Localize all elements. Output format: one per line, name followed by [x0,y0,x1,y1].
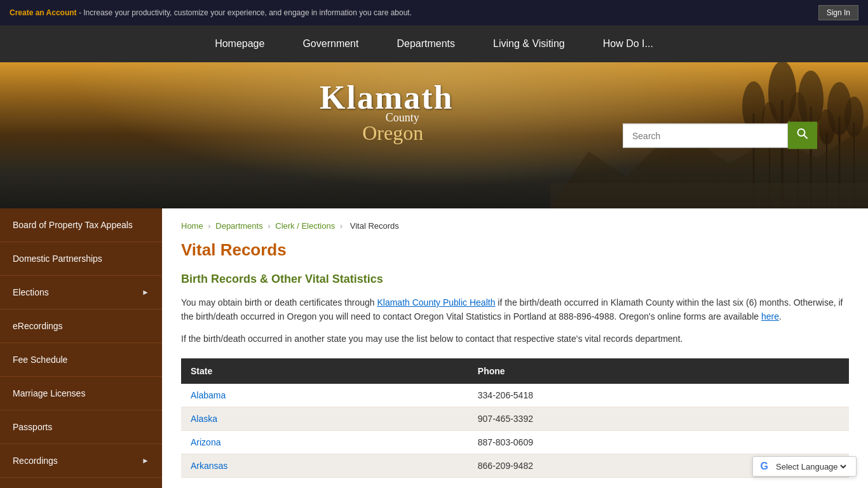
create-account-link[interactable]: Create an Account [10,8,77,17]
sidebar: Board of Property Tax Appeals Domestic P… [0,208,162,488]
hero-section: Klamath County Oregon [0,62,868,208]
sidebar-label: Elections [13,287,49,297]
sidebar-item-board-of-property-tax-appeals[interactable]: Board of Property Tax Appeals [0,208,162,242]
section-title: Birth Records & Other Vital Statistics [181,273,849,286]
intro-paragraph-2: If the birth/death occurred in another s… [181,332,849,346]
sidebar-label: Passports [13,422,52,432]
sidebar-label: Domestic Partnerships [13,254,102,264]
sidebar-item-domestic-partnerships[interactable]: Domestic Partnerships [0,242,162,276]
search-button[interactable] [788,122,817,149]
sidebar-label: Fee Schedule [13,355,67,365]
sidebar-item-elections[interactable]: Elections ► [0,276,162,309]
search-area [623,122,817,149]
google-g-icon: G [761,461,768,472]
breadcrumb-departments[interactable]: Departments [215,221,262,231]
sidebar-item-recordings[interactable]: Recordings ► [0,444,162,478]
breadcrumb-clerk-elections[interactable]: Clerk / Elections [275,221,335,231]
table-cell-phone: 887-803-0609 [468,431,849,454]
main-content: Home › Departments › Clerk / Elections ›… [162,208,868,488]
column-header-phone: Phone [468,358,849,384]
chevron-right-icon: ► [142,288,149,297]
nav-living-visiting[interactable]: Living & Visiting [474,25,584,62]
table-cell-state: Alaska [181,407,468,431]
sidebar-item-passports[interactable]: Passports [0,410,162,444]
chevron-right-icon: ► [142,456,149,465]
google-translate-widget[interactable]: G Select Language Spanish French German [752,456,857,477]
table-header-row: State Phone [181,358,849,384]
here-link[interactable]: here [761,311,779,322]
sidebar-label: Board of Property Tax Appeals [13,220,133,230]
logo-area: Klamath County Oregon [320,81,453,145]
records-table: State Phone Alabama334-206-5418Alaska907… [181,358,849,478]
breadcrumb-home[interactable]: Home [181,221,203,231]
state-link[interactable]: Arizona [191,437,220,447]
breadcrumb-separator: › [268,221,273,231]
state-link[interactable]: Arkansas [191,461,227,471]
breadcrumb-current: Vital Records [350,221,399,231]
svg-rect-17 [550,183,868,208]
sidebar-item-marriage-licenses[interactable]: Marriage Licenses [0,377,162,410]
sign-in-button[interactable]: Sign In [818,5,858,20]
table-cell-state: Alabama [181,384,468,407]
para1-text: You may obtain birth or death certificat… [181,297,377,308]
main-navigation: Homepage Government Departments Living &… [0,25,868,62]
intro-paragraph-1: You may obtain birth or death certificat… [181,295,849,324]
nav-how-do-i[interactable]: How Do I... [584,25,672,62]
table-row: Arkansas866-209-9482 [181,454,849,478]
sidebar-label: Marriage Licenses [13,388,85,398]
logo-klamath: Klamath [320,81,453,114]
para1-end: . [779,311,782,322]
state-link[interactable]: Alabama [191,390,226,400]
nav-homepage[interactable]: Homepage [196,25,283,62]
table-cell-state: Arkansas [181,454,468,478]
nav-government[interactable]: Government [283,25,377,62]
search-input[interactable] [623,123,788,147]
table-cell-phone: 907-465-3392 [468,407,849,431]
table-cell-state: Arizona [181,431,468,454]
top-bar: Create an Account - Increase your produc… [0,0,868,25]
breadcrumb: Home › Departments › Clerk / Elections ›… [181,221,849,231]
sidebar-label: eRecordings [13,321,63,331]
klamath-public-health-link[interactable]: Klamath County Public Health [377,297,495,308]
breadcrumb-separator: › [208,221,213,231]
table-row: Alabama334-206-5418 [181,384,849,407]
nav-departments[interactable]: Departments [377,25,474,62]
tagline-text: - Increase your productivity, customize … [79,8,412,17]
language-select[interactable]: Select Language Spanish French German [773,461,848,472]
table-cell-phone: 334-206-5418 [468,384,849,407]
table-row: Arizona887-803-0609 [181,431,849,454]
column-header-state: State [181,358,468,384]
breadcrumb-separator: › [340,221,345,231]
table-row: Alaska907-465-3392 [181,407,849,431]
logo-oregon: Oregon [332,121,453,145]
sidebar-item-erecordings[interactable]: eRecordings [0,309,162,343]
content-wrapper: Board of Property Tax Appeals Domestic P… [0,208,868,488]
svg-line-19 [804,135,807,139]
sidebar-label: Recordings [13,456,58,466]
sidebar-item-fee-schedule[interactable]: Fee Schedule [0,343,162,377]
state-link[interactable]: Alaska [191,414,217,424]
sidebar-item-records-research[interactable]: Records Research [0,478,162,488]
page-title: Vital Records [181,240,849,260]
